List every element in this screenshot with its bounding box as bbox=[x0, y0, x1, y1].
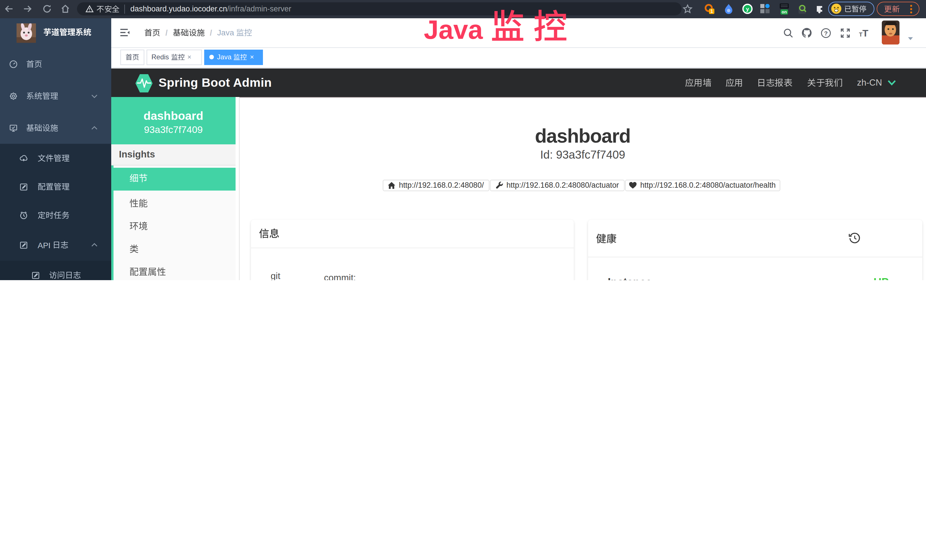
svg-text:T: T bbox=[859, 31, 862, 38]
svg-text:?: ? bbox=[824, 30, 828, 36]
svg-text:1: 1 bbox=[710, 9, 713, 14]
svg-text:y: y bbox=[746, 6, 749, 12]
svg-text:on: on bbox=[782, 9, 787, 14]
svg-text:T: T bbox=[862, 28, 869, 38]
